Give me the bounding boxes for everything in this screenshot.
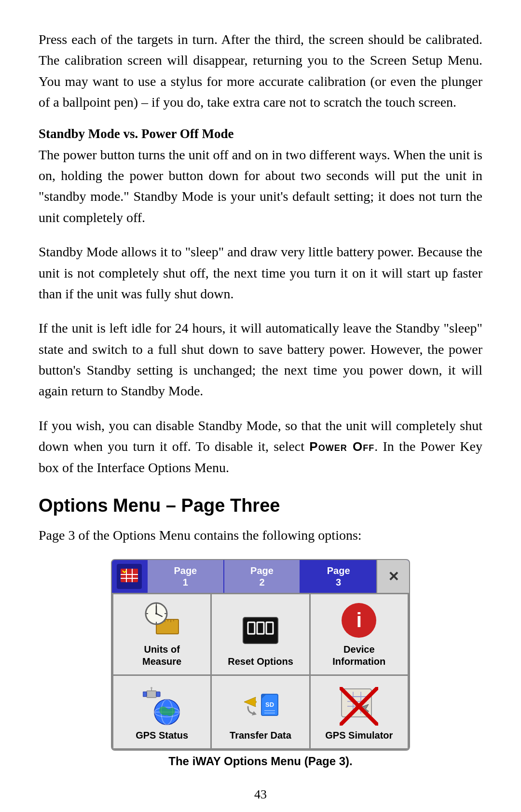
menu-cell-units-of-measure[interactable]: Units ofMeasure — [113, 594, 210, 674]
reset-options-icon — [241, 613, 280, 652]
gps-simulator-label: GPS Simulator — [325, 729, 393, 742]
tab-logo-inner — [117, 564, 142, 589]
paragraph-3: Standby Mode allows it to "sleep" and dr… — [39, 241, 482, 304]
tab-bar: Page 1 Page 2 Page 3 ✕ — [112, 560, 409, 593]
svg-rect-31 — [143, 692, 147, 697]
menu-cell-gps-status[interactable]: GPS Status — [113, 676, 210, 748]
svg-rect-30 — [147, 691, 156, 698]
paragraph-1: Press each of the targets in turn. After… — [39, 29, 482, 113]
units-of-measure-label: Units ofMeasure — [142, 644, 181, 668]
transfer-data-label: Transfer Data — [230, 729, 291, 742]
units-of-measure-icon — [143, 601, 181, 640]
transfer-data-icon: SD — [241, 687, 280, 726]
svg-point-34 — [151, 687, 152, 689]
reset-options-label: Reset Options — [228, 656, 293, 668]
transfer-icon-svg: SD — [241, 688, 280, 725]
map-logo-icon — [120, 567, 139, 586]
menu-cell-transfer-data[interactable]: SD Transfer Data — [212, 676, 309, 748]
menu-cell-gps-simulator[interactable]: GPS Simulator — [311, 676, 408, 748]
reset-icon-svg — [241, 616, 280, 649]
tab-logo — [112, 560, 147, 593]
page-number: 43 — [39, 787, 482, 802]
svg-text:SD: SD — [265, 701, 274, 708]
gps-sim-icon-svg — [340, 687, 378, 726]
gps-status-icon-svg — [143, 687, 181, 726]
tab-page2[interactable]: Page 2 — [223, 560, 300, 593]
units-icon-svg — [143, 601, 181, 640]
menu-cell-device-information[interactable]: i DeviceInformation — [311, 594, 408, 674]
info-circle-icon: i — [342, 603, 376, 638]
standby-heading: Standby Mode vs. Power Off Mode — [39, 126, 482, 141]
power-off-label: Power Off — [309, 439, 374, 454]
tab-page1[interactable]: Page 1 — [147, 560, 223, 593]
svg-rect-32 — [156, 692, 160, 697]
gps-status-label: GPS Status — [136, 729, 188, 742]
gps-simulator-icon — [340, 687, 378, 726]
menu-cell-reset-options[interactable]: Reset Options — [212, 594, 309, 674]
paragraph-2: The power button turns the unit off and … — [39, 144, 482, 228]
close-button[interactable]: ✕ — [376, 560, 409, 593]
menu-image-container: Page 1 Page 2 Page 3 ✕ — [111, 559, 410, 768]
paragraph-4: If the unit is left idle for 24 hours, i… — [39, 318, 482, 402]
menu-grid: Units ofMeasure Reset Options — [112, 593, 409, 750]
paragraph-6: Page 3 of the Options Menu contains the … — [39, 525, 482, 546]
device-information-label: DeviceInformation — [332, 644, 385, 668]
close-icon: ✕ — [388, 569, 399, 585]
options-menu-box: Page 1 Page 2 Page 3 ✕ — [111, 559, 410, 751]
paragraph-5: If you wish, you can disable Standby Mod… — [39, 415, 482, 478]
menu-caption: The iWAY Options Menu (Page 3). — [168, 755, 352, 768]
gps-status-icon — [143, 687, 181, 726]
chapter-heading: Options Menu – Page Three — [39, 495, 482, 516]
tab-page3[interactable]: Page 3 — [300, 560, 376, 593]
device-information-icon: i — [340, 601, 378, 640]
